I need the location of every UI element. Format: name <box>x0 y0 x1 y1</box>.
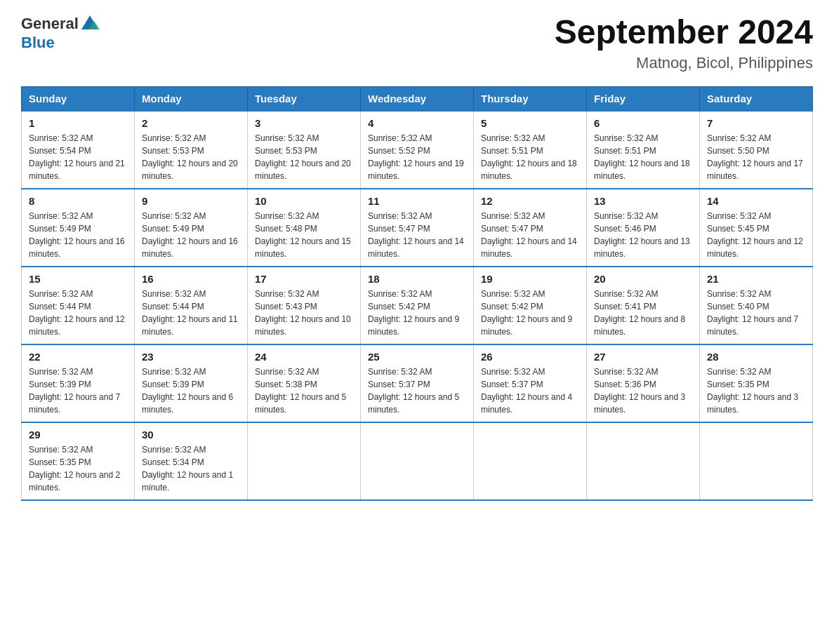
calendar-week-row: 29 Sunrise: 5:32 AMSunset: 5:35 PMDaylig… <box>22 422 813 500</box>
day-info: Sunrise: 5:32 AMSunset: 5:50 PMDaylight:… <box>707 133 803 181</box>
day-number: 11 <box>368 195 466 207</box>
day-number: 19 <box>481 273 579 285</box>
day-number: 14 <box>707 195 805 207</box>
calendar-day-cell: 29 Sunrise: 5:32 AMSunset: 5:35 PMDaylig… <box>22 422 135 500</box>
calendar-day-cell: 11 Sunrise: 5:32 AMSunset: 5:47 PMDaylig… <box>361 189 474 267</box>
calendar-week-row: 1 Sunrise: 5:32 AMSunset: 5:54 PMDayligh… <box>22 111 813 189</box>
calendar-day-cell: 6 Sunrise: 5:32 AMSunset: 5:51 PMDayligh… <box>587 111 700 189</box>
calendar-day-cell <box>248 422 361 500</box>
day-info: Sunrise: 5:32 AMSunset: 5:51 PMDaylight:… <box>481 133 577 181</box>
calendar-day-cell: 9 Sunrise: 5:32 AMSunset: 5:49 PMDayligh… <box>135 189 248 267</box>
calendar-week-row: 8 Sunrise: 5:32 AMSunset: 5:49 PMDayligh… <box>22 189 813 267</box>
calendar-day-cell: 10 Sunrise: 5:32 AMSunset: 5:48 PMDaylig… <box>248 189 361 267</box>
calendar-day-cell <box>361 422 474 500</box>
day-info: Sunrise: 5:32 AMSunset: 5:51 PMDaylight:… <box>594 133 690 181</box>
logo-blue-text: Blue <box>21 34 55 52</box>
day-info: Sunrise: 5:32 AMSunset: 5:38 PMDaylight:… <box>255 367 346 415</box>
calendar-day-cell: 17 Sunrise: 5:32 AMSunset: 5:43 PMDaylig… <box>248 267 361 344</box>
day-info: Sunrise: 5:32 AMSunset: 5:39 PMDaylight:… <box>29 367 120 415</box>
calendar-day-cell: 1 Sunrise: 5:32 AMSunset: 5:54 PMDayligh… <box>22 111 135 189</box>
calendar-day-cell: 30 Sunrise: 5:32 AMSunset: 5:34 PMDaylig… <box>135 422 248 500</box>
calendar-day-cell: 12 Sunrise: 5:32 AMSunset: 5:47 PMDaylig… <box>474 189 587 267</box>
day-number: 7 <box>707 117 805 129</box>
day-number: 2 <box>142 117 240 129</box>
month-title: September 2024 <box>555 14 813 51</box>
day-info: Sunrise: 5:32 AMSunset: 5:35 PMDaylight:… <box>707 367 798 415</box>
day-number: 21 <box>707 273 805 285</box>
calendar-day-cell: 28 Sunrise: 5:32 AMSunset: 5:35 PMDaylig… <box>700 344 813 422</box>
day-number: 18 <box>368 273 466 285</box>
day-info: Sunrise: 5:32 AMSunset: 5:39 PMDaylight:… <box>142 367 233 415</box>
logo: General Blue <box>21 14 100 52</box>
calendar-day-header: Thursday <box>474 86 587 111</box>
calendar-day-cell: 22 Sunrise: 5:32 AMSunset: 5:39 PMDaylig… <box>22 344 135 422</box>
calendar-day-header: Saturday <box>700 86 813 111</box>
day-number: 25 <box>368 351 466 363</box>
calendar-day-cell: 15 Sunrise: 5:32 AMSunset: 5:44 PMDaylig… <box>22 267 135 344</box>
calendar-day-cell: 4 Sunrise: 5:32 AMSunset: 5:52 PMDayligh… <box>361 111 474 189</box>
day-info: Sunrise: 5:32 AMSunset: 5:52 PMDaylight:… <box>368 133 464 181</box>
day-number: 13 <box>594 195 692 207</box>
calendar-day-header: Wednesday <box>361 86 474 111</box>
day-info: Sunrise: 5:32 AMSunset: 5:46 PMDaylight:… <box>594 211 690 259</box>
logo-icon <box>80 14 100 34</box>
title-area: September 2024 Matnog, Bicol, Philippine… <box>555 14 813 72</box>
calendar-day-header: Monday <box>135 86 248 111</box>
day-info: Sunrise: 5:32 AMSunset: 5:34 PMDaylight:… <box>142 445 233 492</box>
day-info: Sunrise: 5:32 AMSunset: 5:42 PMDaylight:… <box>481 289 572 337</box>
calendar-week-row: 15 Sunrise: 5:32 AMSunset: 5:44 PMDaylig… <box>22 267 813 344</box>
calendar-day-cell: 16 Sunrise: 5:32 AMSunset: 5:44 PMDaylig… <box>135 267 248 344</box>
day-info: Sunrise: 5:32 AMSunset: 5:49 PMDaylight:… <box>142 211 238 259</box>
calendar-day-cell: 23 Sunrise: 5:32 AMSunset: 5:39 PMDaylig… <box>135 344 248 422</box>
day-number: 24 <box>255 351 353 363</box>
day-number: 15 <box>29 273 127 285</box>
day-number: 26 <box>481 351 579 363</box>
day-number: 17 <box>255 273 353 285</box>
calendar-day-cell: 2 Sunrise: 5:32 AMSunset: 5:53 PMDayligh… <box>135 111 248 189</box>
calendar-table: SundayMondayTuesdayWednesdayThursdayFrid… <box>21 86 813 501</box>
day-number: 16 <box>142 273 240 285</box>
day-info: Sunrise: 5:32 AMSunset: 5:53 PMDaylight:… <box>255 133 351 181</box>
day-info: Sunrise: 5:32 AMSunset: 5:43 PMDaylight:… <box>255 289 351 337</box>
calendar-day-cell: 5 Sunrise: 5:32 AMSunset: 5:51 PMDayligh… <box>474 111 587 189</box>
day-number: 5 <box>481 117 579 129</box>
day-info: Sunrise: 5:32 AMSunset: 5:45 PMDaylight:… <box>707 211 803 259</box>
day-number: 22 <box>29 351 127 363</box>
calendar-header-row: SundayMondayTuesdayWednesdayThursdayFrid… <box>22 86 813 111</box>
day-number: 6 <box>594 117 692 129</box>
calendar-day-cell <box>474 422 587 500</box>
day-info: Sunrise: 5:32 AMSunset: 5:53 PMDaylight:… <box>142 133 238 181</box>
calendar-day-header: Sunday <box>22 86 135 111</box>
calendar-day-cell: 14 Sunrise: 5:32 AMSunset: 5:45 PMDaylig… <box>700 189 813 267</box>
day-info: Sunrise: 5:32 AMSunset: 5:35 PMDaylight:… <box>29 445 120 492</box>
day-info: Sunrise: 5:32 AMSunset: 5:42 PMDaylight:… <box>368 289 459 337</box>
day-number: 29 <box>29 429 127 441</box>
calendar-day-cell: 21 Sunrise: 5:32 AMSunset: 5:40 PMDaylig… <box>700 267 813 344</box>
day-info: Sunrise: 5:32 AMSunset: 5:41 PMDaylight:… <box>594 289 685 337</box>
day-number: 20 <box>594 273 692 285</box>
day-number: 1 <box>29 117 127 129</box>
day-info: Sunrise: 5:32 AMSunset: 5:40 PMDaylight:… <box>707 289 798 337</box>
day-info: Sunrise: 5:32 AMSunset: 5:44 PMDaylight:… <box>142 289 238 337</box>
calendar-day-cell: 27 Sunrise: 5:32 AMSunset: 5:36 PMDaylig… <box>587 344 700 422</box>
day-info: Sunrise: 5:32 AMSunset: 5:37 PMDaylight:… <box>368 367 459 415</box>
day-info: Sunrise: 5:32 AMSunset: 5:47 PMDaylight:… <box>481 211 577 259</box>
calendar-day-header: Tuesday <box>248 86 361 111</box>
logo-general-text: General <box>21 15 79 33</box>
page-header: General Blue September 2024 Matnog, Bico… <box>21 14 813 72</box>
calendar-day-cell <box>587 422 700 500</box>
day-number: 8 <box>29 195 127 207</box>
day-info: Sunrise: 5:32 AMSunset: 5:44 PMDaylight:… <box>29 289 125 337</box>
calendar-day-cell: 26 Sunrise: 5:32 AMSunset: 5:37 PMDaylig… <box>474 344 587 422</box>
calendar-day-cell: 25 Sunrise: 5:32 AMSunset: 5:37 PMDaylig… <box>361 344 474 422</box>
location-title: Matnog, Bicol, Philippines <box>555 54 813 72</box>
calendar-day-cell: 13 Sunrise: 5:32 AMSunset: 5:46 PMDaylig… <box>587 189 700 267</box>
day-number: 4 <box>368 117 466 129</box>
calendar-day-cell <box>700 422 813 500</box>
day-info: Sunrise: 5:32 AMSunset: 5:36 PMDaylight:… <box>594 367 685 415</box>
day-number: 23 <box>142 351 240 363</box>
day-number: 9 <box>142 195 240 207</box>
day-number: 10 <box>255 195 353 207</box>
day-number: 28 <box>707 351 805 363</box>
calendar-day-cell: 20 Sunrise: 5:32 AMSunset: 5:41 PMDaylig… <box>587 267 700 344</box>
